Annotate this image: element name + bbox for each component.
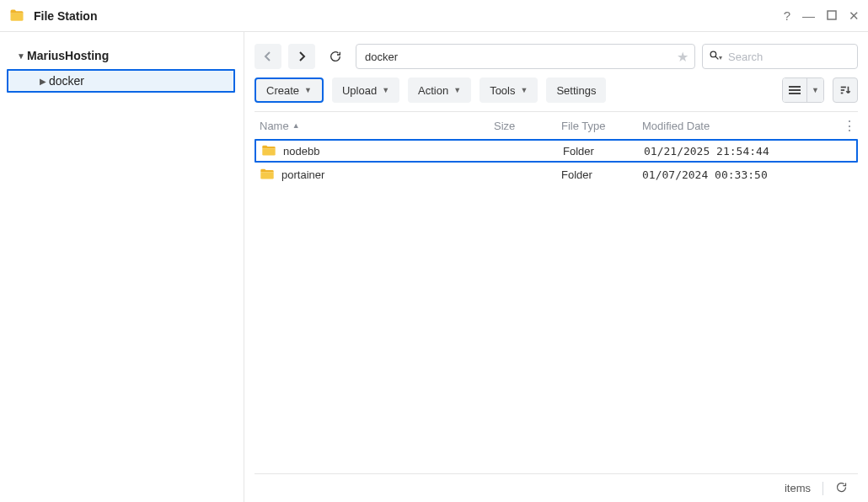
search-input[interactable]: [702, 44, 858, 69]
close-icon[interactable]: ✕: [849, 9, 860, 22]
view-dropdown-icon[interactable]: ▼: [806, 78, 823, 102]
file-date: 01/21/2025 21:54:44: [644, 145, 769, 158]
app-title: File Station: [34, 9, 784, 23]
search-wrap: ▾: [702, 44, 858, 69]
tree-root-mariushosting[interactable]: ▼ MariusHosting: [0, 44, 244, 67]
settings-button[interactable]: Settings: [546, 77, 606, 103]
refresh-button[interactable]: [322, 44, 349, 69]
back-button[interactable]: [255, 44, 281, 69]
tree-item-label: docker: [49, 74, 84, 88]
sidebar: ▼ MariusHosting ▶ docker: [0, 32, 244, 502]
column-options-icon[interactable]: ⋮: [843, 118, 855, 134]
upload-label: Upload: [342, 84, 377, 97]
caret-down-icon: ▼: [521, 86, 528, 94]
window-controls: ? — ✕: [784, 9, 860, 22]
path-input-wrap: ★: [356, 44, 695, 69]
sort-button[interactable]: [833, 77, 858, 103]
caret-down-icon: ▼: [304, 86, 312, 94]
favorite-star-icon[interactable]: ★: [677, 49, 689, 65]
search-caret-icon[interactable]: ▾: [719, 53, 722, 61]
main-panel: ★ ▾ Create ▼ Upload ▼ Action ▼: [244, 32, 868, 502]
statusbar: items: [255, 473, 858, 502]
svg-point-1: [710, 51, 716, 56]
file-name: nodebb: [283, 145, 319, 158]
caret-down-icon: ▼: [382, 86, 389, 94]
chevron-left-icon: [264, 51, 272, 61]
action-button[interactable]: Action ▼: [408, 77, 471, 103]
path-input[interactable]: [356, 44, 695, 69]
sort-asc-icon: ▲: [292, 121, 300, 130]
col-header-size[interactable]: Size: [494, 120, 561, 132]
tools-label: Tools: [490, 84, 515, 97]
tools-button[interactable]: Tools ▼: [480, 77, 538, 103]
tree-root-label: MariusHosting: [27, 49, 109, 62]
svg-line-2: [715, 56, 718, 59]
refresh-icon: [329, 50, 342, 63]
create-label: Create: [266, 84, 299, 97]
caret-down-icon: ▼: [15, 51, 27, 61]
col-header-name[interactable]: Name ▲: [260, 120, 494, 132]
table-row[interactable]: nodebb Folder 01/21/2025 21:54:44: [255, 139, 858, 163]
action-toolbar: Create ▼ Upload ▼ Action ▼ Tools ▼ Setti…: [255, 77, 858, 103]
file-type: Folder: [563, 145, 644, 158]
action-label: Action: [418, 84, 448, 97]
folder-icon: [261, 145, 276, 157]
chevron-right-icon: [297, 51, 306, 61]
view-toggle: ▼: [782, 77, 824, 103]
status-refresh-icon[interactable]: [835, 481, 848, 496]
file-name: portainer: [281, 168, 324, 181]
titlebar: File Station ? — ✕: [0, 0, 868, 32]
folder-icon: [260, 168, 275, 180]
file-date: 01/07/2024 00:33:50: [642, 168, 768, 181]
caret-down-icon: ▼: [453, 86, 461, 94]
app-folder-icon: [8, 8, 25, 24]
view-list-icon[interactable]: [783, 78, 806, 102]
tree-item-docker[interactable]: ▶ docker: [7, 69, 235, 93]
file-type: Folder: [561, 168, 642, 181]
col-header-date[interactable]: Modified Date: [642, 120, 858, 132]
minimize-icon[interactable]: —: [802, 9, 815, 22]
svg-rect-0: [828, 11, 836, 19]
col-header-type[interactable]: File Type: [561, 120, 642, 132]
sort-icon: [839, 84, 851, 96]
file-table: Name ▲ Size File Type Modified Date ⋮ no…: [255, 111, 858, 473]
forward-button[interactable]: [288, 44, 315, 69]
maximize-icon[interactable]: [827, 9, 837, 22]
nav-toolbar: ★ ▾: [255, 44, 858, 69]
divider: [822, 482, 823, 495]
table-header: Name ▲ Size File Type Modified Date ⋮: [255, 112, 858, 139]
create-button[interactable]: Create ▼: [255, 77, 324, 103]
items-label: items: [785, 482, 811, 494]
settings-label: Settings: [556, 84, 596, 97]
caret-right-icon: ▶: [37, 77, 49, 86]
table-row[interactable]: portainer Folder 01/07/2024 00:33:50: [255, 163, 858, 186]
upload-button[interactable]: Upload ▼: [332, 77, 399, 103]
help-icon[interactable]: ?: [784, 9, 790, 22]
